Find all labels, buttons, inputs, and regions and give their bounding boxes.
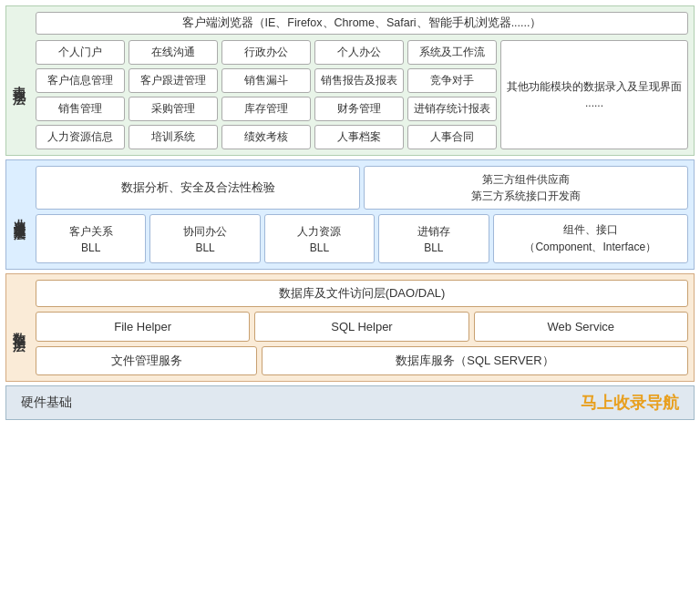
biaoxian-label: 表现层 <box>6 6 32 155</box>
bll-renli-title: 人力资源 <box>297 224 341 240</box>
file-service-cell: 文件管理服务 <box>36 346 257 375</box>
web-service-cell: Web Service <box>474 312 688 342</box>
bll-renli: 人力资源 BLL <box>264 214 375 263</box>
bll-xietong: 协同办公 BLL <box>149 214 260 263</box>
cell-xitong-gonzuoliu: 系统及工作流 <box>407 40 497 65</box>
hardware-bar: 硬件基础 马上收录导航 <box>5 385 695 420</box>
component-cell: 组件、接口 （Component、Interface） <box>493 214 688 263</box>
db-service-cell: 数据库服务（SQL SERVER） <box>262 346 688 375</box>
cell-kehu-xinxi: 客户信息管理 <box>36 68 125 93</box>
yewu-label: 业务逻辑处理层 <box>6 160 32 269</box>
biaoxian-grids: 个人门户 在线沟通 行政办公 个人办公 系统及工作流 客户信息管理 客户跟进管理… <box>36 40 497 149</box>
yewu-content: 数据分析、安全及合法性检验 第三方组件供应商第三方系统接口开发商 客户关系 BL… <box>32 160 694 269</box>
bll-kehu: 客户关系 BLL <box>36 214 146 263</box>
main-container: 表现层 客户端浏览器（IE、Firefox、Chrome、Safari、智能手机… <box>0 0 700 605</box>
biaoxian-main: 个人门户 在线沟通 行政办公 个人办公 系统及工作流 客户信息管理 客户跟进管理… <box>36 40 688 149</box>
hardware-label: 硬件基础 <box>21 395 72 411</box>
cell-renshidangan: 人事档案 <box>314 125 404 149</box>
bll-kehu-sub: BLL <box>81 241 100 254</box>
cell-xiaoshou-loudou: 销售漏斗 <box>221 68 311 93</box>
sql-helper-cell: SQL Helper <box>254 312 468 342</box>
watermark: 马上收录导航 <box>581 392 679 414</box>
yewu-top-row: 数据分析、安全及合法性检验 第三方组件供应商第三方系统接口开发商 <box>36 166 688 210</box>
layer-biaoxian: 表现层 客户端浏览器（IE、Firefox、Chrome、Safari、智能手机… <box>5 5 695 156</box>
bll-jinxiaocun-sub: BLL <box>424 241 443 254</box>
layer-shuju: 数据层 数据库及文件访问层(DAO/DAL) File Helper SQL H… <box>5 273 695 382</box>
grid-row-2: 客户信息管理 客户跟进管理 销售漏斗 销售报告及报表 竞争对手 <box>36 68 497 93</box>
yewu-bottom-row: 客户关系 BLL 协同办公 BLL 人力资源 BLL 进销存 BLL 组件、接口 <box>36 214 688 263</box>
cell-jingzheng-duishou: 竞争对手 <box>407 68 497 93</box>
cell-geren-menhù: 个人门户 <box>36 40 125 65</box>
cell-jinxiaocun-tongji: 进销存统计报表 <box>407 97 497 121</box>
cell-jixiao-kaohe: 绩效考核 <box>221 125 311 149</box>
grid-row-3: 销售管理 采购管理 库存管理 财务管理 进销存统计报表 <box>36 97 497 121</box>
cell-xiaoshou-baobiao: 销售报告及报表 <box>314 68 404 93</box>
cell-kehu-genjin: 客户跟进管理 <box>129 68 218 93</box>
layer-yewu: 业务逻辑处理层 数据分析、安全及合法性检验 第三方组件供应商第三方系统接口开发商… <box>5 159 695 270</box>
cell-renli-xinxi: 人力资源信息 <box>36 125 125 149</box>
cell-geren-bangong: 个人办公 <box>314 40 404 65</box>
grid-row-4: 人力资源信息 培训系统 绩效考核 人事档案 人事合同 <box>36 125 497 149</box>
dao-bar: 数据库及文件访问层(DAO/DAL) <box>36 280 688 307</box>
cell-xingzheng-bangong: 行政办公 <box>221 40 311 65</box>
yewu-analysis: 数据分析、安全及合法性检验 <box>36 166 360 210</box>
cell-zaixian-gouotong: 在线沟通 <box>129 40 218 65</box>
shuju-content: 数据库及文件访问层(DAO/DAL) File Helper SQL Helpe… <box>32 274 694 381</box>
other-module-cell: 其他功能模块的数据录入及呈现界面...... <box>500 40 688 149</box>
bll-kehu-title: 客户关系 <box>69 224 113 240</box>
bll-jinxiaocun-title: 进销存 <box>417 224 450 240</box>
bll-jinxiaocun: 进销存 BLL <box>378 214 489 263</box>
cell-xiaoshou-guanli: 销售管理 <box>36 97 125 121</box>
browser-bar: 客户端浏览器（IE、Firefox、Chrome、Safari、智能手机浏览器.… <box>36 12 688 35</box>
cell-kucun-guanli: 库存管理 <box>221 97 311 121</box>
shuju-label: 数据层 <box>6 274 32 381</box>
cell-renshihetong: 人事合同 <box>407 125 497 149</box>
bll-xietong-title: 协同办公 <box>183 224 227 240</box>
grid-row-1: 个人门户 在线沟通 行政办公 个人办公 系统及工作流 <box>36 40 497 65</box>
cell-peixun-xitong: 培训系统 <box>129 125 218 149</box>
component-title: 组件、接口 <box>563 222 618 238</box>
component-sub: （Component、Interface） <box>524 240 656 255</box>
file-helper-cell: File Helper <box>36 312 250 342</box>
cell-caigou-guanli: 采购管理 <box>129 97 218 121</box>
shuju-mid-row: File Helper SQL Helper Web Service <box>36 312 688 342</box>
cell-caiwu-guanli: 财务管理 <box>314 97 404 121</box>
thirdparty-text: 第三方组件供应商第三方系统接口开发商 <box>471 171 581 204</box>
bll-xietong-sub: BLL <box>195 241 214 254</box>
shuju-bottom-row: 文件管理服务 数据库服务（SQL SERVER） <box>36 346 688 375</box>
yewu-thirdparty: 第三方组件供应商第三方系统接口开发商 <box>364 166 688 210</box>
biaoxian-content: 客户端浏览器（IE、Firefox、Chrome、Safari、智能手机浏览器.… <box>32 6 694 155</box>
bll-renli-sub: BLL <box>310 241 329 254</box>
